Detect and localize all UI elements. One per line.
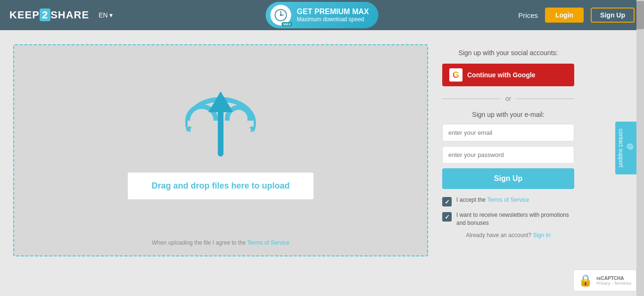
- google-button-label: Continue with Google: [467, 71, 536, 79]
- logo-share: SHARE: [50, 9, 89, 21]
- premium-title: GET PREMIUM MAX: [297, 8, 369, 16]
- or-divider: or: [442, 95, 574, 102]
- premium-banner[interactable]: MAX GET PREMIUM MAX Maximum download spe…: [266, 2, 379, 28]
- contact-at-icon: @: [627, 143, 634, 150]
- logo-keep: KEEP: [9, 9, 40, 21]
- max-badge: MAX: [282, 22, 292, 26]
- logo-2: 2: [40, 8, 50, 21]
- recaptcha-icon: 🔒: [578, 274, 593, 287]
- upload-box[interactable]: Drag and drop files here to upload When …: [13, 44, 428, 256]
- already-text: Already have an account?: [466, 232, 533, 238]
- upload-terms-link[interactable]: Terms of Service: [248, 239, 289, 246]
- already-account: Already have an account? Sign In: [442, 232, 574, 238]
- recaptcha-label: reCAPTCHA: [596, 276, 631, 281]
- signup-header-button[interactable]: Sign Up: [591, 8, 635, 23]
- svg-point-3: [280, 14, 282, 16]
- terms-checkbox-row: ✓ I accept the Terms of Service: [442, 196, 574, 206]
- divider-line-right: [516, 99, 574, 99]
- header-right: Prices Login Sign Up: [518, 8, 635, 23]
- login-button[interactable]: Login: [545, 8, 584, 23]
- upload-container: Drag and drop files here to upload When …: [13, 44, 428, 256]
- checkmark-icon: ✓: [445, 198, 450, 206]
- terms-of-service-link[interactable]: Terms of Service: [487, 197, 529, 203]
- recaptcha-badge: 🔒 reCAPTCHA Privacy - Terminus: [573, 270, 636, 291]
- language-selector[interactable]: EN ▾: [99, 11, 112, 19]
- signup-panel: Sign up with your social accounts: G Con…: [442, 44, 574, 256]
- or-text: or: [505, 95, 511, 102]
- premium-subtitle: Maximum download speed: [297, 16, 369, 23]
- signup-button[interactable]: Sign Up: [442, 168, 574, 189]
- divider-line-left: [442, 99, 501, 99]
- terms-label-text: I accept the: [456, 197, 487, 203]
- lang-label: EN: [99, 11, 107, 19]
- contact-support-label: contact support: [618, 129, 624, 167]
- sign-in-link[interactable]: Sign In: [533, 232, 550, 238]
- social-signup-title: Sign up with your social accounts:: [442, 49, 574, 57]
- email-field[interactable]: [442, 124, 574, 141]
- premium-banner-container: MAX GET PREMIUM MAX Maximum download spe…: [266, 2, 379, 28]
- header: KEEP2SHARE EN ▾ MAX GET PREMIUM MAX Maxi…: [0, 0, 644, 30]
- upload-footer: When uploading the file I agree to the T…: [14, 239, 427, 246]
- logo: KEEP2SHARE: [9, 9, 89, 21]
- cloud-upload-icon: [173, 83, 268, 158]
- newsletter-checkbox[interactable]: ✓: [442, 212, 452, 222]
- password-field[interactable]: [442, 146, 574, 164]
- terms-label: I accept the Terms of Service: [456, 196, 529, 204]
- clock-icon: [274, 8, 288, 22]
- logo-area: KEEP2SHARE EN ▾: [9, 9, 113, 21]
- premium-text: GET PREMIUM MAX Maximum download speed: [297, 8, 369, 23]
- drop-zone-label[interactable]: Drag and drop files here to upload: [128, 173, 313, 199]
- prices-link[interactable]: Prices: [518, 11, 538, 19]
- checkmark-icon-2: ✓: [445, 214, 450, 221]
- google-g-letter: G: [453, 70, 459, 80]
- newsletter-label: I want to receive newsletters with promo…: [456, 211, 574, 227]
- contact-support-tab[interactable]: @ contact support: [615, 122, 636, 174]
- chevron-down-icon: ▾: [109, 11, 113, 19]
- newsletter-checkbox-row: ✓ I want to receive newsletters with pro…: [442, 211, 574, 227]
- scrollbar-thumb[interactable]: [636, 1, 644, 29]
- premium-icon: MAX: [271, 5, 291, 25]
- google-signup-button[interactable]: G Continue with Google: [442, 64, 574, 86]
- main-content: Drag and drop files here to upload When …: [4, 30, 640, 266]
- upload-footer-text: When uploading the file I agree to the: [152, 239, 248, 246]
- google-icon: G: [449, 68, 462, 82]
- email-signup-title: Sign up with your e-mail:: [442, 111, 574, 118]
- terms-checkbox[interactable]: ✓: [442, 197, 452, 206]
- recaptcha-terms: Privacy - Terminus: [596, 281, 631, 286]
- scrollbar[interactable]: [636, 0, 644, 296]
